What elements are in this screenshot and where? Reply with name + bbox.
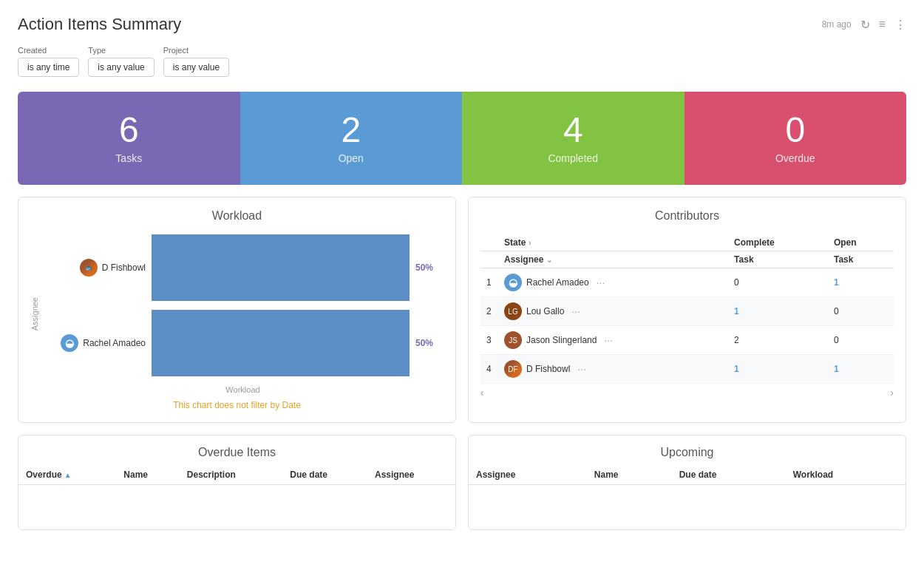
stat-overdue-number: 0: [699, 112, 892, 148]
more-icon[interactable]: ⋮: [894, 18, 906, 32]
stat-completed-number: 4: [477, 112, 670, 148]
state-expand-icon[interactable]: ›: [529, 239, 531, 247]
table-row: 4 DF D Fishbowl ··· 1 1: [480, 355, 894, 384]
scroll-left-arrow[interactable]: ‹: [480, 387, 484, 399]
filter-created: Created is any time: [18, 46, 79, 77]
row-complete: 1: [728, 355, 828, 384]
row-num: 3: [480, 326, 498, 355]
bar-assignee-1: 🐟 D Fishbowl: [42, 259, 146, 277]
filter-created-label: Created: [18, 46, 79, 55]
th-num2: [480, 251, 498, 268]
main-grid: Workload Assignee 🐟 D Fishbowl 50%: [18, 197, 906, 423]
refresh-icon[interactable]: ↻: [860, 18, 870, 32]
th-overdue[interactable]: Overdue ▲: [18, 465, 116, 485]
row-dots[interactable]: ···: [604, 334, 613, 346]
stat-completed-label: Completed: [477, 152, 670, 164]
table-row: 1 ◒ Rachel Amadeo ··· 0 1: [480, 268, 894, 297]
filter-project-btn[interactable]: is any value: [163, 58, 229, 77]
filter-type: Type is any value: [88, 46, 154, 77]
filter-bar: Created is any time Type is any value Pr…: [18, 46, 906, 77]
row-complete: 0: [728, 268, 828, 297]
th-complete: Complete: [728, 234, 828, 251]
last-updated-text: 8m ago: [822, 19, 852, 30]
row-avatar: DF: [504, 360, 522, 378]
upcoming-header-row: Assignee Name Due date Workload: [469, 465, 906, 485]
overdue-title: Overdue Items: [18, 436, 455, 465]
row-name: D Fishbowl: [526, 364, 570, 374]
bar-1: [152, 234, 410, 301]
assignee-expand-icon[interactable]: ⌄: [546, 256, 552, 264]
stat-open-label: Open: [255, 152, 448, 164]
row-avatar: LG: [504, 302, 522, 320]
bar-pct-2: 50%: [415, 338, 444, 348]
row-open: 0: [828, 326, 894, 355]
stat-open-number: 2: [255, 112, 448, 148]
row-assignee: LG Lou Gallo ···: [498, 297, 728, 326]
bar-name-2: Rachel Amadeo: [83, 338, 146, 348]
th-assignee[interactable]: Assignee ⌄: [498, 251, 728, 268]
workload-bars-container: 🐟 D Fishbowl 50% ◒ Rachel Amadeo: [42, 234, 444, 394]
th-name-upcoming: Name: [587, 465, 672, 485]
row-name: Lou Gallo: [526, 306, 564, 316]
workload-chart-area: Assignee 🐟 D Fishbowl 50%: [30, 234, 444, 394]
bar-2: [152, 310, 410, 376]
bar-fill-2: [152, 310, 410, 376]
workload-card: Workload Assignee 🐟 D Fishbowl 50%: [18, 197, 456, 423]
workload-note: This chart does not filter by Date: [30, 400, 444, 410]
workload-bar-1: 🐟 D Fishbowl 50%: [42, 234, 444, 301]
overdue-sort-icon[interactable]: ▲: [64, 471, 72, 479]
overdue-header-row: Overdue ▲ Name Description Due date Assi…: [18, 465, 455, 485]
overdue-table: Overdue ▲ Name Description Due date Assi…: [18, 465, 455, 529]
contributors-header-row-1: State › Complete Open: [480, 234, 894, 251]
overdue-tbody: [18, 485, 455, 529]
row-num: 2: [480, 297, 498, 326]
row-num: 1: [480, 268, 498, 297]
row-name: Rachel Amadeo: [526, 277, 589, 288]
row-dots[interactable]: ···: [597, 277, 605, 288]
th-assignee-upcoming: Assignee: [469, 465, 587, 485]
th-due-date: Due date: [282, 465, 367, 485]
row-dots[interactable]: ···: [571, 305, 580, 317]
th-workload-upcoming: Workload: [786, 465, 906, 485]
upcoming-card: Upcoming Assignee Name Due date Workload: [468, 435, 906, 530]
table-row: 2 LG Lou Gallo ··· 1 0: [480, 297, 894, 326]
filter-type-label: Type: [88, 46, 154, 55]
filter-project-label: Project: [163, 46, 229, 55]
page-container: Action Items Summary 8m ago ↻ ≡ ⋮ Create…: [0, 0, 924, 576]
table-row: 3 JS Jason Slingerland ··· 2 0: [480, 326, 894, 355]
page-title: Action Items Summary: [18, 15, 181, 34]
stat-tasks-label: Tasks: [33, 152, 225, 164]
contributors-card: Contributors State › Complete Open: [468, 197, 906, 423]
workload-x-axis: Workload: [42, 385, 444, 394]
stat-overdue: 0 Overdue: [684, 92, 907, 185]
th-due-date-upcoming: Due date: [672, 465, 786, 485]
th-description: Description: [180, 465, 283, 485]
scroll-right-arrow[interactable]: ›: [890, 387, 894, 399]
filter-created-btn[interactable]: is any time: [18, 58, 79, 77]
row-complete: 1: [728, 297, 828, 326]
row-dots[interactable]: ···: [577, 363, 586, 375]
row-avatar: ◒: [504, 274, 522, 291]
row-name: Jason Slingerland: [526, 335, 597, 345]
th-task-open: Task: [828, 251, 894, 268]
th-state[interactable]: State ›: [498, 234, 728, 251]
th-open: Open: [828, 234, 894, 251]
row-assignee: JS Jason Slingerland ···: [498, 326, 728, 355]
row-open: 1: [828, 268, 894, 297]
stat-tasks-number: 6: [33, 112, 225, 148]
filter-icon[interactable]: ≡: [879, 18, 886, 31]
workload-y-axis: Assignee: [30, 297, 39, 331]
bottom-grid: Overdue Items Overdue ▲ Name Description…: [18, 435, 906, 530]
bar-pct-1: 50%: [415, 262, 444, 273]
page-header: Action Items Summary 8m ago ↻ ≡ ⋮: [18, 15, 906, 34]
stat-completed: 4 Completed: [462, 92, 684, 185]
row-assignee: DF D Fishbowl ···: [498, 355, 728, 384]
contributors-header-row-2: Assignee ⌄ Task Task: [480, 251, 894, 268]
row-complete: 2: [728, 326, 828, 355]
contributors-table: State › Complete Open Assignee ⌄: [480, 234, 894, 384]
th-task-complete: Task: [728, 251, 828, 268]
stat-open: 2 Open: [240, 92, 463, 185]
th-num: [480, 234, 498, 251]
filter-type-btn[interactable]: is any value: [88, 58, 154, 77]
th-name: Name: [116, 465, 179, 485]
